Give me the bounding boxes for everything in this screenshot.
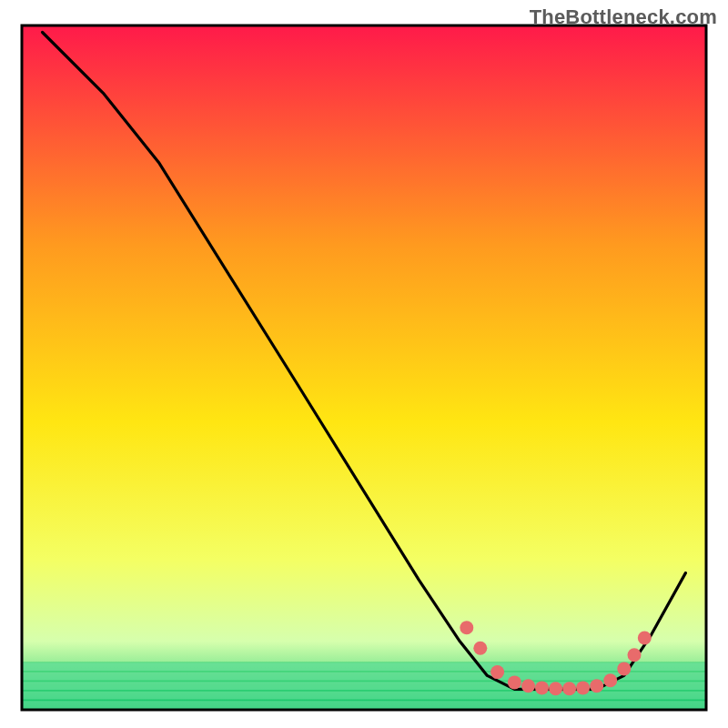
chart-svg [0,0,728,728]
data-point [603,673,617,687]
watermark-text: TheBottleneck.com [530,5,717,29]
data-point [576,681,590,694]
data-point [535,681,549,694]
data-point [460,621,473,634]
chart-container: TheBottleneck.com [0,0,728,728]
data-point [638,632,652,645]
data-point [490,665,504,679]
data-point [521,679,535,693]
data-point [549,682,562,695]
data-point [562,682,576,695]
data-point [628,648,642,662]
data-point [590,679,603,693]
data-point [508,675,521,689]
svg-rect-0 [22,25,706,710]
data-point [617,662,631,675]
data-point [473,642,487,655]
